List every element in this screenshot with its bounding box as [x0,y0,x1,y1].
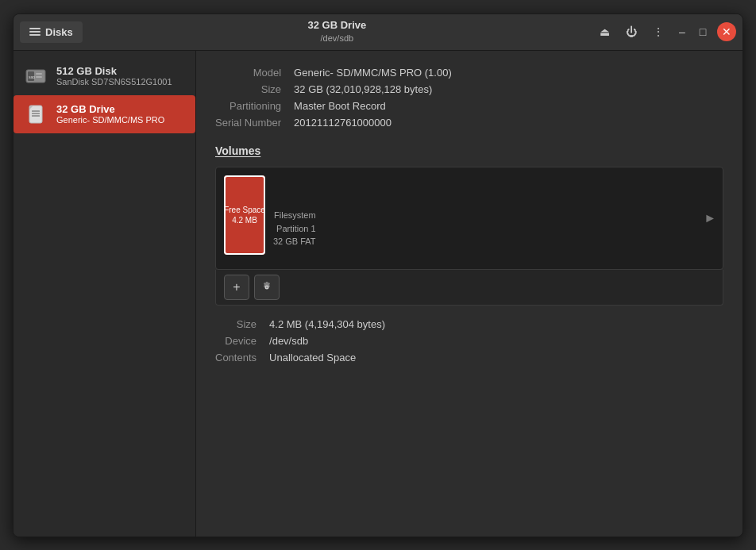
window-subtitle: /dev/sdb [321,33,354,44]
disk-512gb-info: 512 GB Disk SanDisk SD7SN6S512G1001 [56,65,172,87]
disk-32gb-info: 32 GB Drive Generic- SD/MMC/MS PRO [56,103,164,125]
model-label: Model [215,67,281,79]
filesystem-label: FilesystemPartition 132 GB FAT [273,209,316,248]
eject-button[interactable]: ⏏ [592,19,617,44]
filesystem-area[interactable]: FilesystemPartition 132 GB FAT [265,175,715,255]
disk-32gb-name: 32 GB Drive [56,103,164,115]
sidebar: SSD 512 GB Disk SanDisk SD7SN6S512G1001 [14,51,196,537]
maximize-button[interactable]: □ [693,22,712,41]
ssd-icon: SSD [23,63,48,89]
svg-text:SSD: SSD [29,75,35,79]
titlebar-center: 32 GB Drive /dev/sdb [83,19,592,44]
partitioning-value: Master Boot Record [294,100,723,112]
volumes-toolbar: + [215,270,723,306]
hamburger-icon [29,28,40,36]
sidebar-item-512gb-disk[interactable]: SSD 512 GB Disk SanDisk SD7SN6S512G1001 [14,57,195,95]
titlebar-right: ⏏ ⏻ ⋮ – □ ✕ [592,19,736,44]
svg-rect-3 [36,76,42,78]
main-content: Model Generic- SD/MMC/MS PRO (1.00) Size… [196,51,742,537]
window-body: SSD 512 GB Disk SanDisk SD7SN6S512G1001 [14,51,742,537]
app-menu-button[interactable]: Disks [20,21,83,43]
svg-rect-6 [32,110,40,112]
close-button[interactable]: ✕ [717,22,736,41]
disk-512gb-sub: SanDisk SD7SN6S512G1001 [56,77,172,87]
more-menu-button[interactable]: ⋮ [646,19,671,44]
volumes-container: Free Space 4.2 MB FilesystemPartition 13… [215,167,723,270]
app-name-label: Disks [45,26,73,38]
volume-bar-area: Free Space 4.2 MB FilesystemPartition 13… [224,175,715,255]
svg-rect-7 [32,113,40,114]
window-title: 32 GB Drive [308,19,367,33]
size-label: Size [215,83,281,95]
partition-settings-button[interactable] [254,275,280,300]
free-space-label: Free Space 4.2 MB [224,205,265,225]
sdcard-icon [23,102,48,127]
details-device-label: Device [215,335,256,347]
bottom-info: Size 4.2 MB (4,194,304 bytes) Device /de… [215,318,723,363]
size-value: 32 GB (32,010,928,128 bytes) [294,83,723,95]
svg-rect-2 [36,73,42,75]
gear-icon [260,281,273,294]
add-partition-button[interactable]: + [224,275,249,300]
details-grid: Size 4.2 MB (4,194,304 bytes) Device /de… [215,318,723,363]
minimize-button[interactable]: – [673,22,692,41]
titlebar-left: Disks [20,21,83,43]
titlebar: Disks 32 GB Drive /dev/sdb ⏏ ⏻ ⋮ – □ ✕ [14,14,742,51]
partitioning-label: Partitioning [215,100,281,112]
serial-label: Serial Number [215,117,281,129]
details-size-value: 4.2 MB (4,194,304 bytes) [269,318,723,330]
disk-32gb-sub: Generic- SD/MMC/MS PRO [56,115,164,125]
serial-value: 20121112761000000 [294,117,723,129]
details-size-label: Size [215,318,256,330]
details-contents-value: Unallocated Space [269,352,723,363]
drive-info-grid: Model Generic- SD/MMC/MS PRO (1.00) Size… [215,67,723,129]
disk-512gb-name: 512 GB Disk [56,65,172,77]
main-window: Disks 32 GB Drive /dev/sdb ⏏ ⏻ ⋮ – □ ✕ [13,13,743,537]
details-device-value: /dev/sdb [269,335,723,347]
sidebar-item-32gb-drive[interactable]: 32 GB Drive Generic- SD/MMC/MS PRO [14,95,195,133]
model-value: Generic- SD/MMC/MS PRO (1.00) [294,67,723,79]
free-space-block[interactable]: Free Space 4.2 MB [224,175,265,255]
chevron-right-icon: ► [704,211,716,225]
svg-rect-8 [32,115,40,117]
power-button[interactable]: ⏻ [619,19,644,44]
volumes-section-title: Volumes [215,144,723,157]
details-contents-label: Contents [215,352,256,363]
